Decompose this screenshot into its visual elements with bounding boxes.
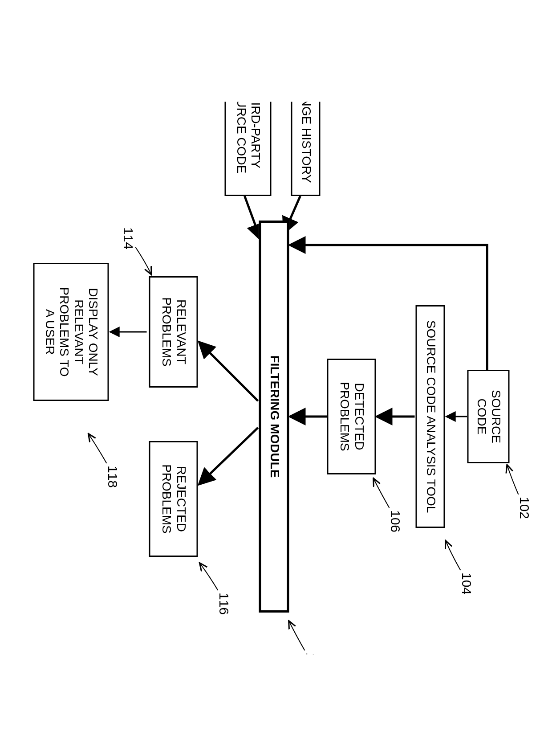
svg-line-4 xyxy=(245,196,260,238)
diagram-canvas: SOURCECODE SOURCE CODE ANALYSIS TOOL DET… xyxy=(0,102,552,654)
ref-106: 106 xyxy=(388,510,403,532)
label-detected-problems: DETECTEDPROBLEMS xyxy=(337,382,366,451)
label-display: DISPLAY ONLYRELEVANTPROBLEMS TOA USER xyxy=(43,287,100,376)
label-change-history: CHANGE HISTORY xyxy=(299,102,313,183)
box-analysis-tool: SOURCE CODE ANALYSIS TOOL xyxy=(416,305,445,528)
box-change-history: CHANGE HISTORY xyxy=(291,102,321,196)
label-filtering-module: FILTERING MODULE xyxy=(267,356,281,478)
box-filtering-module: FILTERING MODULE xyxy=(259,221,289,613)
box-rejected-problems: REJECTEDPROBLEMS xyxy=(149,441,198,557)
ref-104: 104 xyxy=(459,572,474,595)
box-detected-problems: DETECTEDPROBLEMS xyxy=(327,359,376,474)
box-third-party: THIRD-PARTYSOURCE CODE xyxy=(225,102,272,196)
ref-108: 108 xyxy=(303,653,318,654)
box-display: DISPLAY ONLYRELEVANTPROBLEMS TOA USER xyxy=(33,263,109,401)
box-relevant-problems: RELEVANTPROBLEMS xyxy=(149,276,198,388)
box-source-code: SOURCECODE xyxy=(467,370,510,463)
label-relevant-problems: RELEVANTPROBLEMS xyxy=(159,297,188,367)
label-rejected-problems: REJECTEDPROBLEMS xyxy=(159,464,188,534)
label-third-party: THIRD-PARTYSOURCE CODE xyxy=(234,102,262,174)
label-analysis-tool: SOURCE CODE ANALYSIS TOOL xyxy=(423,320,438,513)
ref-102: 102 xyxy=(517,497,532,519)
svg-line-5 xyxy=(200,343,258,401)
svg-line-6 xyxy=(200,428,258,483)
ref-118: 118 xyxy=(105,466,120,488)
ref-114: 114 xyxy=(121,227,136,249)
label-source-code: SOURCECODE xyxy=(474,390,503,443)
ref-116: 116 xyxy=(216,593,231,615)
